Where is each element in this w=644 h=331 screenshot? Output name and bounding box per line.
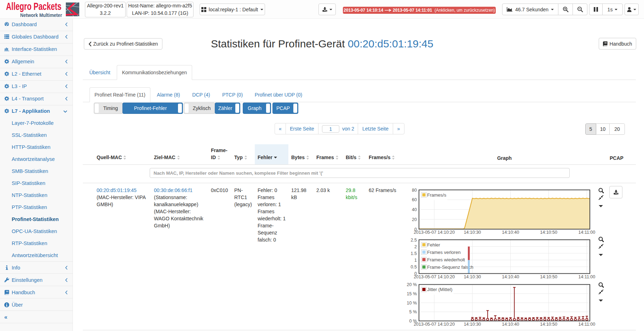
svg-text:14:10:40: 14:10:40 [502, 322, 519, 327]
svg-text:14:10:50: 14:10:50 [540, 322, 557, 327]
svg-text:1: 1 [414, 258, 417, 263]
svg-text:14:10:30: 14:10:30 [464, 322, 481, 327]
svg-text:15 %: 15 % [407, 291, 417, 296]
svg-text:10 %: 10 % [407, 301, 417, 306]
svg-text:2013-05-07 14:10:20: 2013-05-07 14:10:20 [414, 274, 455, 279]
svg-text:60: 60 [412, 197, 417, 202]
svg-text:14:10:30: 14:10:30 [464, 274, 481, 279]
svg-text:14:10:30: 14:10:30 [464, 230, 481, 235]
svg-text:5 %: 5 % [409, 309, 417, 314]
svg-text:Fehler: Fehler [427, 242, 441, 248]
svg-text:0.5: 0.5 [411, 265, 417, 269]
svg-text:20: 20 [412, 217, 417, 222]
svg-text:2013-05-07 14:10:20: 2013-05-07 14:10:20 [414, 230, 455, 235]
svg-text:40: 40 [412, 207, 417, 212]
svg-text:Frames wiederholt: Frames wiederholt [427, 257, 465, 262]
svg-text:14:11:00: 14:11:00 [579, 230, 596, 235]
svg-text:Frame-Sequenz falsch: Frame-Sequenz falsch [427, 265, 473, 270]
svg-text:14:10:50: 14:10:50 [540, 274, 557, 279]
svg-text:Frames/s: Frames/s [427, 192, 447, 198]
svg-text:14:11:00: 14:11:00 [579, 274, 596, 279]
svg-text:14:10:40: 14:10:40 [502, 230, 519, 235]
svg-text:14:10:50: 14:10:50 [540, 230, 557, 235]
svg-text:Frames verloren: Frames verloren [427, 250, 461, 255]
svg-text:2.5: 2.5 [411, 238, 417, 243]
svg-text:2: 2 [414, 244, 417, 249]
svg-text:14:11:00: 14:11:00 [579, 322, 596, 327]
svg-text:20 %: 20 % [407, 282, 417, 287]
svg-text:1.5: 1.5 [411, 251, 417, 256]
svg-text:Jitter (Mittel): Jitter (Mittel) [427, 287, 453, 292]
svg-text:80: 80 [412, 188, 417, 193]
svg-text:14:10:40: 14:10:40 [502, 274, 519, 279]
svg-text:2013-05-07 14:10:20: 2013-05-07 14:10:20 [414, 322, 455, 327]
